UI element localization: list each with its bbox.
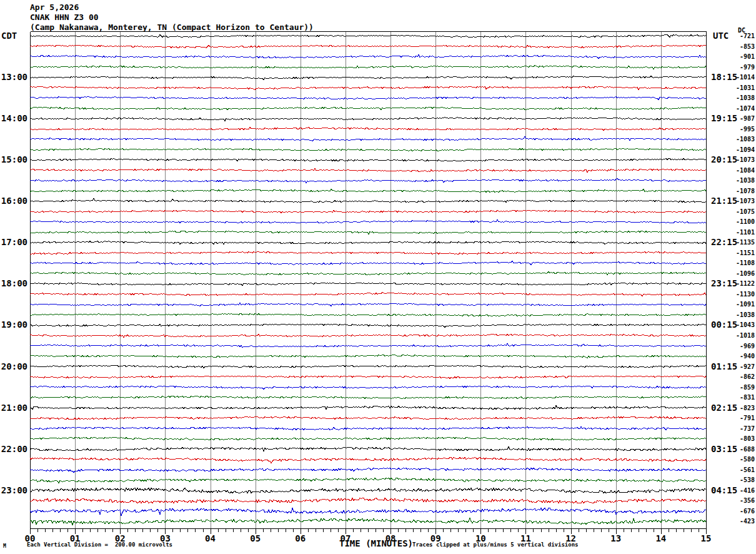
dc-offset-value: -1135 xyxy=(717,239,755,246)
trace-row xyxy=(30,335,706,338)
dc-offset-value: -1130 xyxy=(717,291,755,298)
dc-offset-value: -1073 xyxy=(717,156,755,163)
trace-row xyxy=(30,76,706,80)
dc-offset-value: -1091 xyxy=(717,301,755,308)
trace-row xyxy=(30,396,706,399)
dc-offset-value: -1096 xyxy=(717,270,755,277)
trace-row xyxy=(30,137,706,141)
dc-offset-value: -688 xyxy=(717,446,755,453)
trace-row xyxy=(30,303,706,306)
dc-offset-value: -823 xyxy=(717,405,755,411)
trace-row xyxy=(30,386,706,390)
cdt-hour-label: 20:00 xyxy=(0,361,27,371)
dc-offset-value: -995 xyxy=(717,126,755,133)
trace-row xyxy=(30,518,706,525)
minute-label: 06 xyxy=(289,533,312,543)
dc-offset-value: -940 xyxy=(717,353,755,360)
trace-row xyxy=(30,355,706,358)
cdt-hour-label: 16:00 xyxy=(0,196,27,206)
dc-offset-value: -1101 xyxy=(717,229,755,236)
dc-offset-value: -1043 xyxy=(717,321,755,328)
trace-row xyxy=(30,231,706,234)
dc-offset-value: -1014 xyxy=(717,74,755,81)
dc-offset-value: -676 xyxy=(717,508,755,515)
dc-offset-value: -979 xyxy=(717,64,755,71)
clip-note: Traces clipped at plus/minus 5 vertical … xyxy=(412,541,579,548)
dc-offset-value: -853 xyxy=(717,43,755,50)
dc-offset-value: -356 xyxy=(717,497,755,504)
trace-row xyxy=(30,417,706,420)
dc-offset-value: -416 xyxy=(717,487,755,494)
dc-offset-value: -969 xyxy=(717,343,755,350)
dc-offset-value: -1100 xyxy=(717,218,755,225)
trace-row xyxy=(30,376,706,379)
dc-offset-value: -1038 xyxy=(717,311,755,318)
trace-row xyxy=(30,438,706,440)
trace-row xyxy=(30,458,706,463)
dc-offset-value: -1074 xyxy=(717,105,755,112)
trace-row xyxy=(30,325,706,328)
seismogram-plot xyxy=(0,0,756,554)
minute-label: 15 xyxy=(695,533,717,543)
dc-offset-value: -721 xyxy=(717,33,755,39)
trace-row xyxy=(30,468,706,473)
dc-offset-value: -791 xyxy=(717,415,755,421)
dc-offset-value: -1108 xyxy=(717,259,755,266)
dc-offset-value: -580 xyxy=(717,456,755,463)
trace-row xyxy=(30,211,706,213)
dc-offset-value: -1122 xyxy=(717,280,755,287)
dc-offset-value: -1031 xyxy=(717,84,755,91)
dc-offset-value: -737 xyxy=(717,425,755,432)
dc-offset-value: -1038 xyxy=(717,177,755,184)
dc-offset-value: -859 xyxy=(717,384,755,391)
trace-row xyxy=(30,97,706,100)
scale-note: Each Vertical Division = 200.00 microvol… xyxy=(27,541,172,548)
cdt-hour-label: 21:00 xyxy=(0,403,27,413)
trace-row xyxy=(30,427,706,430)
dc-offset-value: -1038 xyxy=(717,94,755,101)
minute-label: 04 xyxy=(199,533,222,543)
trace-row xyxy=(30,252,706,254)
corner-watermark: M xyxy=(3,543,6,549)
dc-offset-value: -803 xyxy=(717,435,755,442)
minute-label: 14 xyxy=(650,533,672,543)
dc-offset-value: -987 xyxy=(717,115,755,122)
trace-row xyxy=(30,508,706,516)
cdt-hour-label: 15:00 xyxy=(0,154,27,164)
trace-row xyxy=(30,498,706,503)
dc-offset-value: -561 xyxy=(717,466,755,473)
trace-row xyxy=(30,159,706,161)
dc-offset-value: -1078 xyxy=(717,188,755,194)
minute-label: 13 xyxy=(605,533,627,543)
cdt-hour-label: 18:00 xyxy=(0,278,27,288)
trace-row xyxy=(30,447,706,451)
dc-offset-value: -862 xyxy=(717,373,755,380)
dc-offset-value: -423 xyxy=(717,518,755,525)
trace-row xyxy=(30,366,706,368)
trace-row xyxy=(30,478,706,483)
dc-offset-value: -1094 xyxy=(717,146,755,153)
dc-offset-value: -1151 xyxy=(717,249,755,256)
dc-offset-value: -1084 xyxy=(717,167,755,174)
trace-row xyxy=(30,314,706,316)
dc-offset-value: -538 xyxy=(717,476,755,483)
trace-row xyxy=(30,87,706,90)
helicorder-page: Apr 5,2026 CNAK HHN Z3 00 (Camp Nakanawa… xyxy=(0,0,756,554)
trace-row xyxy=(30,46,706,48)
trace-row xyxy=(30,283,706,286)
x-axis-title: TIME (MINUTES) xyxy=(339,538,413,548)
dc-offset-value: -1073 xyxy=(717,198,755,204)
trace-row xyxy=(30,149,706,151)
dc-offset-value: -1083 xyxy=(717,136,755,143)
dc-offset-value: -927 xyxy=(717,363,755,370)
minute-label: 05 xyxy=(244,533,267,543)
trace-row xyxy=(30,488,706,493)
trace-row xyxy=(30,55,706,59)
trace-row xyxy=(30,241,706,244)
trace-row xyxy=(30,261,706,265)
dc-offset-value: -831 xyxy=(717,394,755,401)
trace-row xyxy=(30,169,706,173)
cdt-hour-label: 14:00 xyxy=(0,113,27,123)
cdt-hour-label: 13:00 xyxy=(0,72,27,82)
dc-offset-value: -901 xyxy=(717,53,755,60)
